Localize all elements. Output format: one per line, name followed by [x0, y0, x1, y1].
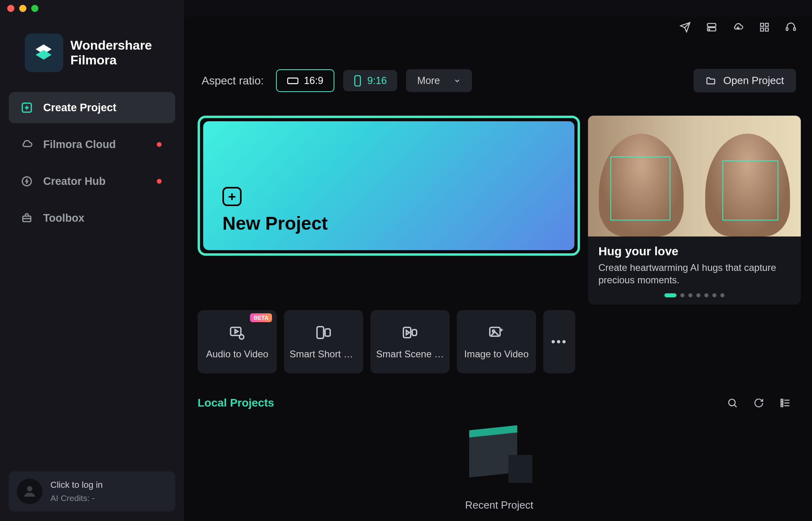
tool-smart-short-clips[interactable]: Smart Short C…: [284, 310, 363, 373]
svg-rect-24: [325, 329, 330, 336]
face-detection-box-icon: [722, 160, 778, 220]
carousel-dot[interactable]: [712, 293, 716, 297]
svg-marker-1: [36, 50, 52, 60]
local-projects-title: Local Projects: [198, 397, 274, 409]
aspect-ratio-label: Aspect ratio:: [202, 74, 264, 87]
carousel-dot[interactable]: [696, 293, 700, 297]
carousel-dot[interactable]: [688, 293, 692, 297]
login-texts: Click to log in AI Credits: -: [50, 480, 103, 503]
sidebar-item-create-project[interactable]: Create Project: [9, 92, 175, 123]
svg-rect-14: [760, 28, 764, 31]
list-view-icon[interactable]: [779, 397, 791, 409]
tool-image-to-video[interactable]: Image to Video: [457, 310, 536, 373]
notification-dot-icon: [157, 142, 162, 147]
promo-card[interactable]: Hug your love Create heartwarming AI hug…: [588, 116, 801, 305]
ai-credits-label: AI Credits: -: [50, 493, 103, 503]
minimize-window-button[interactable]: [19, 5, 26, 12]
beta-badge: BETA: [250, 313, 272, 322]
promo-image: [588, 116, 801, 236]
sidebar-item-filmora-cloud[interactable]: Filmora Cloud: [9, 129, 175, 160]
svg-rect-36: [781, 405, 783, 407]
open-project-label: Open Project: [723, 74, 784, 87]
tool-smart-scene[interactable]: Smart Scene …: [370, 310, 450, 373]
sidebar-item-toolbox[interactable]: Toolbox: [9, 202, 175, 234]
sidebar-item-label: Create Project: [43, 102, 116, 114]
maximize-window-button[interactable]: [31, 5, 38, 12]
grid-icon[interactable]: [758, 21, 770, 33]
svg-rect-15: [765, 28, 768, 31]
toolbox-icon: [20, 211, 34, 225]
tool-label: Smart Short C…: [290, 349, 358, 360]
svg-rect-9: [708, 24, 716, 27]
cloud-icon: [20, 138, 34, 151]
server-icon[interactable]: [706, 21, 718, 33]
ellipsis-icon: •••: [551, 335, 568, 349]
promo-description: Create heartwarming AI hugs that capture…: [598, 261, 790, 286]
svg-point-22: [240, 335, 244, 339]
sidebar-item-label: Toolbox: [43, 212, 84, 224]
aspect-ratio-more-button[interactable]: More: [406, 69, 472, 92]
more-label: More: [417, 75, 440, 86]
login-card[interactable]: Click to log in AI Credits: -: [9, 471, 175, 511]
new-project-card[interactable]: + New Project: [198, 116, 580, 256]
face-detection-box-icon: [610, 156, 670, 220]
carousel-dot[interactable]: [704, 293, 708, 297]
svg-rect-27: [412, 330, 417, 336]
svg-rect-13: [765, 23, 768, 26]
ratio-9-16-text: 9:16: [367, 75, 387, 86]
image-video-icon: [488, 324, 505, 341]
aspect-ratio-9-16-button[interactable]: 9:16: [343, 70, 397, 91]
app-title-line2: Filmora: [70, 53, 152, 68]
carousel-dots: [588, 293, 801, 305]
svg-point-11: [709, 29, 710, 30]
tool-audio-to-video[interactable]: BETA Audio to Video: [198, 310, 277, 373]
app-title-line1: Wondershare: [70, 38, 152, 53]
svg-rect-16: [786, 28, 788, 30]
tool-more-button[interactable]: •••: [543, 310, 575, 373]
empty-projects-area: Recent Project: [198, 409, 801, 521]
tool-label: Smart Scene …: [376, 349, 444, 360]
empty-box-icon: [461, 419, 537, 487]
svg-point-30: [729, 399, 735, 406]
promo-title: Hug your love: [598, 244, 790, 258]
svg-line-31: [734, 405, 737, 407]
aspect-ratio-row: Aspect ratio: 16:9 9:16 More Open Projec…: [198, 69, 801, 92]
window-titlebar: [0, 0, 184, 17]
smart-scene-icon: [401, 324, 419, 341]
svg-rect-20: [231, 328, 241, 336]
svg-rect-19: [355, 76, 360, 86]
sidebar-item-label: Creator Hub: [43, 175, 106, 188]
sidebar-item-creator-hub[interactable]: Creator Hub: [9, 166, 175, 197]
avatar-icon: [17, 479, 42, 504]
main-content: Aspect ratio: 16:9 9:16 More Open Projec…: [184, 17, 812, 521]
ratio-16-9-text: 16:9: [304, 75, 324, 86]
support-icon[interactable]: [785, 21, 797, 33]
aspect-ratio-16-9-button[interactable]: 16:9: [276, 69, 335, 92]
svg-rect-32: [781, 399, 783, 401]
new-project-label: New Project: [222, 212, 555, 234]
chevron-down-icon: [454, 77, 461, 84]
app-title: Wondershare Filmora: [70, 38, 152, 68]
close-window-button[interactable]: [7, 5, 14, 12]
refresh-icon[interactable]: [753, 397, 765, 409]
audio-video-icon: [228, 324, 246, 341]
open-project-button[interactable]: Open Project: [694, 69, 796, 92]
svg-marker-26: [406, 331, 409, 335]
svg-rect-34: [781, 402, 783, 404]
carousel-dot[interactable]: [680, 293, 684, 297]
search-icon[interactable]: [726, 397, 738, 409]
empty-projects-label: Recent Project: [465, 499, 534, 511]
smart-clips-icon: [315, 324, 332, 341]
sidebar-nav: Create Project Filmora Cloud: [9, 92, 175, 234]
svg-point-8: [27, 486, 32, 491]
tool-label: Image to Video: [464, 349, 528, 360]
svg-marker-21: [235, 330, 238, 333]
svg-rect-17: [794, 28, 796, 30]
sidebar: Wondershare Filmora Create Project: [0, 17, 184, 521]
send-icon[interactable]: [679, 21, 691, 33]
carousel-dot[interactable]: [664, 293, 676, 297]
folder-icon: [706, 76, 716, 86]
carousel-dot[interactable]: [720, 293, 724, 297]
tool-row: BETA Audio to Video Smart Short C… Smart…: [198, 310, 801, 373]
cloud-download-icon[interactable]: [732, 21, 744, 33]
